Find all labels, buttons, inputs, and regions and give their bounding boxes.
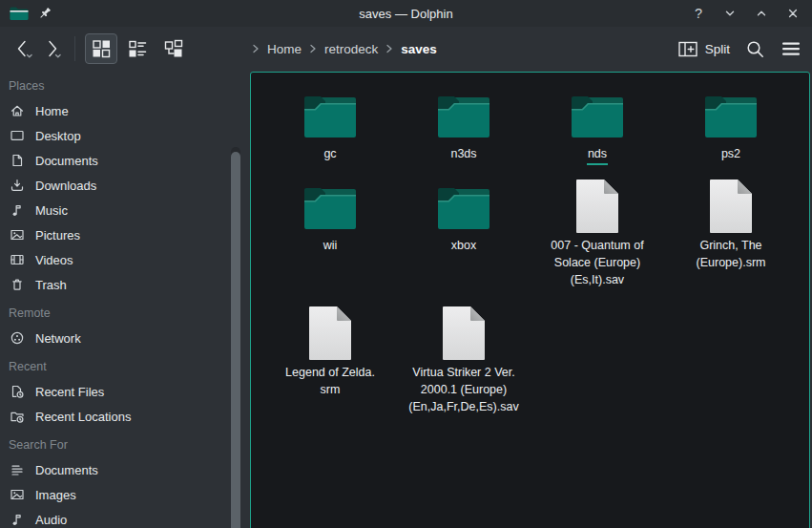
item-label: n3ds: [450, 147, 476, 160]
chevron-right-icon: [252, 43, 260, 54]
sidebar-item-label: Recent Files: [35, 385, 104, 399]
file-icon: [308, 306, 352, 361]
sidebar-item-music[interactable]: Music: [0, 198, 229, 222]
folder-item-xbox[interactable]: xbox: [397, 179, 531, 288]
sidebar-item-recent-locations[interactable]: Recent Locations: [0, 404, 229, 429]
recent-file-icon: [10, 384, 25, 399]
desktop-icon: [10, 128, 25, 143]
search-button[interactable]: [745, 39, 765, 59]
section-search-for: Search For Documents Images Audio: [0, 433, 229, 528]
titlebar: saves — Dolphin ?: [0, 0, 812, 27]
item-label: gc: [323, 147, 336, 160]
sidebar-item-label: Trash: [35, 278, 67, 292]
dolphin-window: saves — Dolphin ?: [0, 0, 812, 528]
sidebar-item-trash[interactable]: Trash: [0, 272, 229, 297]
file-item-legend-of-zelda[interactable]: Legend of Zelda. srm: [263, 306, 397, 415]
sidebar-item-downloads[interactable]: Downloads: [0, 173, 229, 198]
item-label: ps2: [721, 147, 740, 160]
split-button[interactable]: Split: [678, 41, 730, 57]
folder-item-wii[interactable]: wii: [263, 179, 397, 288]
help-button[interactable]: ?: [691, 6, 706, 21]
back-arrow-icon: [11, 36, 36, 61]
sidebar-scrollbar-track[interactable]: [231, 147, 240, 528]
chevron-right-icon: [309, 43, 317, 54]
file-item-007-quantum-of-solace[interactable]: 007 - Quantum of Solace (Europe) (Es,It)…: [531, 179, 664, 288]
folder-item-gc[interactable]: gc: [263, 87, 397, 165]
image-icon: [10, 487, 25, 502]
content-area: Places Home Desktop Documents: [0, 71, 812, 528]
sidebar-item-label: Music: [35, 203, 68, 218]
file-item-virtua-striker-2[interactable]: Virtua Striker 2 Ver. 2000.1 (Europe) (E…: [397, 306, 531, 415]
folder-icon: [704, 92, 758, 137]
item-label: Virtua Striker 2 Ver. 2000.1 (Europe) (E…: [408, 366, 518, 413]
close-button[interactable]: [785, 6, 801, 21]
item-label: xbox: [451, 239, 476, 252]
sidebar-item-search-images[interactable]: Images: [0, 482, 229, 507]
item-label: 007 - Quantum of Solace (Europe) (Es,It)…: [551, 239, 643, 286]
sidebar-item-label: Images: [35, 488, 76, 502]
folder-view[interactable]: gc n3ds nds ps2 wii: [250, 72, 810, 528]
item-label: wii: [323, 239, 338, 252]
sidebar-item-label: Videos: [35, 253, 73, 267]
sidebar-item-pictures[interactable]: Pictures: [0, 222, 229, 247]
help-icon: ?: [695, 7, 702, 21]
toolbar: Home retrodeck saves Split: [0, 27, 812, 71]
video-icon: [10, 252, 25, 267]
folder-icon: [437, 183, 490, 229]
sidebar-item-documents[interactable]: Documents: [0, 148, 229, 173]
sidebar-item-label: Recent Locations: [35, 410, 131, 424]
view-mode-details-button[interactable]: [121, 33, 154, 64]
sidebar-item-search-audio[interactable]: Audio: [0, 507, 229, 528]
section-places: Places Home Desktop Documents: [0, 74, 229, 297]
folder-icon: [303, 92, 357, 137]
sidebar-item-label: Audio: [35, 513, 67, 527]
folder-icon: [437, 92, 490, 137]
sidebar-item-desktop[interactable]: Desktop: [0, 123, 229, 148]
sidebar-item-videos[interactable]: Videos: [0, 247, 229, 272]
details-view-icon: [128, 39, 147, 58]
chevron-up-icon: [754, 6, 769, 21]
document-icon: [10, 153, 25, 168]
folder-item-ps2[interactable]: ps2: [664, 87, 798, 165]
recent-folder-icon: [10, 409, 25, 424]
breadcrumb-home[interactable]: Home: [267, 42, 302, 56]
folder-item-n3ds[interactable]: n3ds: [397, 87, 531, 165]
item-label: Grinch, The (Europe).srm: [697, 239, 766, 269]
sidebar-item-network[interactable]: Network: [0, 326, 229, 350]
breadcrumb-retrodeck[interactable]: retrodeck: [324, 42, 378, 56]
section-header: Recent: [0, 354, 229, 379]
maximize-button[interactable]: [754, 6, 769, 21]
file-item-grinch-the[interactable]: Grinch, The (Europe).srm: [664, 179, 798, 288]
sidebar-item-home[interactable]: Home: [0, 98, 229, 123]
sidebar-item-label: Documents: [35, 154, 98, 168]
home-icon: [10, 103, 25, 118]
chevron-right-icon: [385, 43, 393, 54]
folder-item-nds[interactable]: nds: [531, 87, 664, 165]
forward-button[interactable]: [38, 34, 67, 63]
close-icon: [785, 6, 801, 21]
sidebar-item-recent-files[interactable]: Recent Files: [0, 379, 229, 404]
sidebar-item-search-documents[interactable]: Documents: [0, 457, 229, 482]
minimize-button[interactable]: [722, 6, 738, 21]
text-lines-icon: [10, 462, 25, 477]
sidebar-item-label: Home: [35, 104, 69, 118]
view-mode-tree-button[interactable]: [157, 33, 190, 64]
item-label: Legend of Zelda. srm: [285, 366, 375, 396]
sidebar-scrollbar-handle[interactable]: [231, 152, 240, 528]
folder-icon: [303, 183, 357, 229]
sidebar-item-label: Downloads: [35, 179, 96, 193]
file-icon: [575, 179, 619, 234]
section-remote: Remote Network: [0, 301, 229, 350]
trash-icon: [10, 277, 25, 292]
menu-button[interactable]: [781, 41, 802, 56]
chevron-down-icon: [722, 6, 738, 21]
breadcrumb-saves[interactable]: saves: [401, 42, 437, 56]
view-mode-icons-button[interactable]: [85, 33, 117, 64]
places-panel: Places Home Desktop Documents: [0, 71, 229, 528]
sidebar-item-label: Documents: [35, 463, 98, 477]
section-header: Places: [0, 74, 229, 98]
split-view-icon: [678, 41, 697, 57]
pin-icon[interactable]: [37, 6, 52, 21]
music-icon: [10, 512, 25, 527]
back-button[interactable]: [10, 34, 38, 63]
